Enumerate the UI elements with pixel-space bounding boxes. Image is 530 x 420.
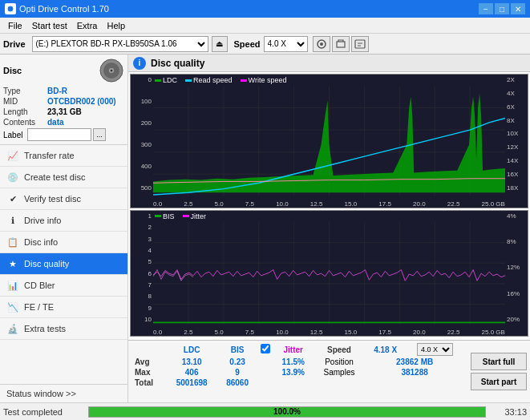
stats-max-label: Max	[131, 367, 166, 378]
disc-contents-value: data	[47, 118, 64, 127]
stats-header-bis: BIS	[217, 342, 257, 357]
sidebar-item-transfer-rate[interactable]: 📈 Transfer rate	[0, 145, 127, 167]
y-b-3: 3	[131, 236, 152, 243]
disc-length-value: 23,31 GB	[47, 107, 82, 116]
top-chart: LDC Read speed Write speed 500 400 300	[130, 74, 528, 208]
disc-mid-label: MID	[3, 97, 47, 106]
bottom-chart-legend: BIS Jitter	[155, 212, 206, 220]
y-b-4: 4	[131, 247, 152, 254]
toolbar-icons	[313, 36, 369, 52]
y-label-400: 400	[131, 163, 152, 170]
y-b-10: 10	[131, 316, 152, 323]
progress-bar-container: 100.0%	[88, 406, 486, 418]
sidebar-item-disc-quality[interactable]: ★ Disc quality	[0, 253, 127, 275]
disc-length-row: Length 23,31 GB	[3, 107, 124, 116]
stats-avg-bis: 0.23	[217, 357, 257, 367]
toolbar-icon-1[interactable]	[313, 36, 330, 52]
stats-row-max: Max 406 9 13.9% Samples 381288	[131, 367, 464, 378]
eject-button[interactable]: ⏏	[212, 36, 228, 52]
y-b-5: 5	[131, 258, 152, 265]
close-button[interactable]: ✕	[511, 3, 525, 14]
y-right-12x: 12X	[507, 143, 528, 151]
xb-22.5: 22.5	[447, 329, 460, 336]
sidebar-item-fe-te[interactable]: 📉 FE / TE	[0, 297, 127, 318]
stats-header-speed-value: 4.18 X	[365, 342, 406, 357]
stats-max-ldc: 406	[166, 367, 218, 378]
maximize-button[interactable]: □	[495, 3, 509, 14]
menu-file[interactable]: File	[3, 19, 27, 32]
y-right-4x: 4X	[507, 90, 528, 97]
fe-te-icon: 📉	[6, 301, 19, 313]
drive-select[interactable]: (E:) PLEXTOR BD-R PX-LB950SA 1.06	[32, 36, 208, 52]
stats-speed-select[interactable]: 4.0 X	[417, 343, 453, 356]
stats-max-jitter: 13.9%	[273, 367, 314, 378]
x-2.5: 2.5	[184, 200, 192, 208]
drive-label: Drive	[3, 39, 26, 49]
content-area: i Disc quality LDC Read speed	[128, 55, 530, 402]
y-right-8x: 8X	[507, 117, 528, 124]
start-full-button[interactable]: Start full	[471, 353, 527, 370]
stats-total-empty	[257, 378, 464, 388]
sidebar-nav: 📈 Transfer rate 💿 Create test disc ✔ Ver…	[0, 145, 127, 384]
y-right-18x: 18X	[507, 184, 528, 192]
drive-info-icon: ℹ	[6, 214, 19, 227]
bis-dot	[155, 215, 161, 217]
stats-samples-label: Samples	[314, 367, 366, 378]
x-0: 0.0	[153, 200, 162, 208]
sidebar-item-disc-info[interactable]: 📋 Disc info	[0, 232, 127, 253]
xb-10: 10.0	[276, 329, 289, 336]
xb-12.5: 12.5	[310, 329, 323, 336]
toolbar-icon-3[interactable]	[351, 36, 369, 52]
legend-ldc: LDC	[155, 76, 177, 84]
sidebar-item-transfer-rate-label: Transfer rate	[24, 151, 75, 160]
menu-start-test[interactable]: Start test	[27, 19, 72, 32]
sidebar-item-create-test-disc[interactable]: 💿 Create test disc	[0, 167, 127, 188]
sidebar-item-drive-info[interactable]: ℹ Drive info	[0, 210, 127, 232]
verify-test-disc-icon: ✔	[6, 192, 19, 205]
jitter-checkbox[interactable]	[261, 344, 270, 353]
extra-tests-icon: 🔬	[6, 322, 19, 335]
xb-15: 15.0	[345, 329, 358, 336]
sidebar-item-extra-tests[interactable]: 🔬 Extra tests	[0, 318, 127, 340]
jitter-dot	[183, 215, 189, 217]
svg-marker-38	[153, 321, 505, 323]
legend-bis-label: BIS	[163, 212, 175, 220]
start-part-button[interactable]: Start part	[471, 373, 527, 390]
x-10: 10.0	[276, 200, 289, 208]
xb-25: 25.0 GB	[482, 329, 505, 336]
stats-avg-ldc: 13.10	[166, 357, 218, 367]
toolbar-icon-2[interactable]	[332, 36, 350, 52]
stats-avg-label: Avg	[131, 357, 166, 367]
status-window-label: Status window >>	[6, 389, 76, 398]
disc-quality-icon-badge: i	[133, 57, 146, 70]
buttons-area: Start full Start part	[471, 342, 527, 401]
xb-7.5: 7.5	[245, 329, 254, 336]
y-label-0: 0	[131, 76, 152, 83]
y-label-500: 500	[131, 184, 152, 192]
y-b-2: 2	[131, 224, 152, 231]
x-15: 15.0	[345, 200, 358, 208]
minimize-button[interactable]: −	[479, 3, 493, 14]
x-20: 20.0	[413, 200, 426, 208]
xb-17.5: 17.5	[378, 329, 391, 336]
disc-label-button[interactable]: ...	[93, 128, 106, 141]
status-window-button[interactable]: Status window >>	[0, 384, 127, 402]
top-chart-svg	[153, 86, 505, 196]
speed-select[interactable]: 4.0 X	[264, 36, 308, 52]
stats-header-speed-select[interactable]: 4.0 X	[406, 342, 464, 357]
legend-write-speed-label: Write speed	[249, 76, 287, 84]
speed-label: Speed	[234, 39, 261, 49]
disc-quality-icon-letter: i	[139, 59, 141, 67]
y-right-10x: 10X	[507, 130, 528, 137]
top-chart-x-axis: 0.0 2.5 5.0 7.5 10.0 12.5 15.0 17.5 20.0…	[153, 200, 505, 208]
sidebar-item-cd-bler[interactable]: 📊 CD Bler	[0, 275, 127, 297]
cd-bler-icon: 📊	[6, 279, 19, 292]
disc-info-icon: 📋	[6, 236, 19, 248]
y-br-12: 12%	[507, 264, 528, 271]
menu-extra[interactable]: Extra	[72, 19, 103, 32]
disc-label-input[interactable]	[27, 128, 91, 141]
y-b-1: 1	[131, 212, 152, 220]
disc-label-label: Label	[3, 131, 27, 139]
sidebar-item-verify-test-disc[interactable]: ✔ Verify test disc	[0, 188, 127, 210]
menu-help[interactable]: Help	[102, 19, 130, 32]
